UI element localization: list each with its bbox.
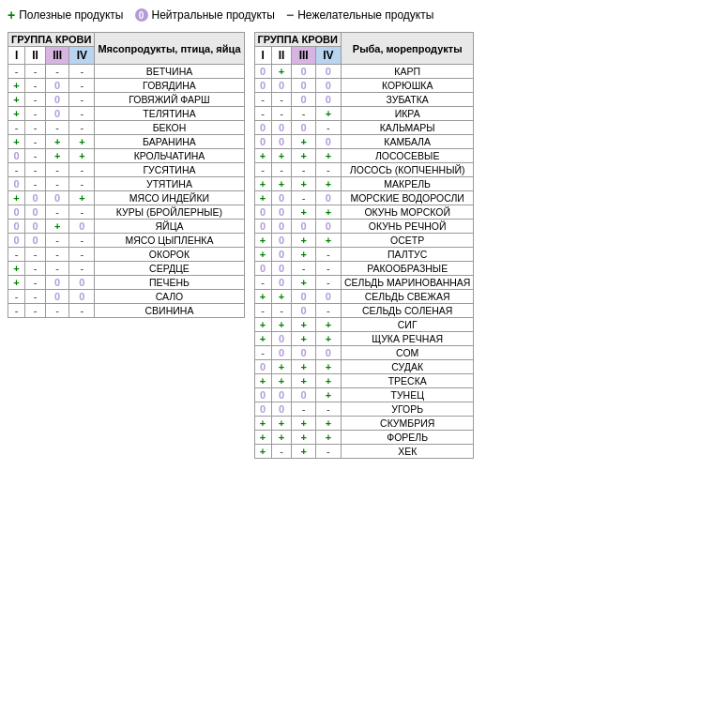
cell-row6-col0: 0: [8, 149, 25, 163]
cell-row4-col2: 0: [292, 121, 316, 135]
cell-row2-col1: -: [271, 93, 292, 107]
cell-row1-col1: -: [25, 79, 46, 93]
food-name-cell: СКУМБРИЯ: [341, 417, 474, 431]
cell-row17-col3: -: [315, 304, 341, 318]
cell-row18-col0: +: [254, 318, 271, 332]
food-name-cell: ЯЙЦА: [95, 220, 244, 234]
cell-row8-col3: -: [69, 177, 95, 191]
cell-row12-col2: -: [45, 234, 69, 248]
cell-row16-col1: -: [25, 290, 46, 304]
cell-row15-col3: 0: [69, 276, 95, 290]
food-name-cell: УГОРЬ: [341, 402, 474, 417]
cell-row4-col0: -: [8, 121, 25, 135]
cell-row1-col0: +: [8, 79, 25, 93]
fish-col-II: II: [271, 47, 292, 65]
cell-row17-col2: -: [45, 304, 69, 318]
table-row: --0-СЕЛЬДЬ СОЛЕНАЯ: [254, 304, 474, 318]
legend-minus: − Нежелательные продукты: [286, 8, 433, 23]
cell-row14-col3: -: [315, 262, 341, 276]
cell-row15-col1: 0: [271, 276, 292, 290]
table-row: +0-0МОРСКИЕ ВОДОРОСЛИ: [254, 191, 474, 205]
cell-row7-col1: -: [271, 163, 292, 177]
food-name-cell: ФОРЕЛЬ: [341, 431, 474, 445]
cell-row3-col2: 0: [45, 107, 69, 121]
cell-row11-col1: 0: [271, 220, 292, 234]
cell-row21-col3: +: [315, 360, 341, 374]
cell-row10-col2: +: [292, 205, 316, 220]
cell-row2-col2: 0: [292, 93, 316, 107]
cell-row12-col0: 0: [8, 234, 25, 248]
cell-row26-col1: +: [271, 431, 292, 445]
cell-row5-col3: +: [69, 135, 95, 149]
table-row: ++++ЛОСОСЕВЫЕ: [254, 149, 474, 163]
cell-row6-col0: +: [254, 149, 271, 163]
food-name-cell: ОКУНЬ МОРСКОЙ: [341, 205, 474, 220]
table-row: ----ОКОРОК: [8, 248, 245, 262]
cell-row12-col1: 0: [271, 234, 292, 248]
cell-row15-col0: -: [254, 276, 271, 290]
cell-row4-col0: 0: [254, 121, 271, 135]
food-name-cell: ТУНЕЦ: [341, 388, 474, 402]
cell-row14-col0: 0: [254, 262, 271, 276]
cell-row6-col1: +: [271, 149, 292, 163]
cell-row17-col0: -: [8, 304, 25, 318]
cell-row7-col0: -: [254, 163, 271, 177]
cell-row16-col1: +: [271, 290, 292, 304]
cell-row25-col3: +: [315, 417, 341, 431]
cell-row11-col3: 0: [69, 220, 95, 234]
cell-row3-col3: +: [315, 107, 341, 121]
food-name-cell: ПЕЧЕНЬ: [95, 276, 244, 290]
cell-row26-col0: +: [254, 431, 271, 445]
cell-row15-col3: -: [315, 276, 341, 290]
cell-row4-col1: -: [25, 121, 46, 135]
food-name-cell: ТРЕСКА: [341, 374, 474, 388]
food-name-cell: СИГ: [341, 318, 474, 332]
cell-row16-col2: 0: [292, 290, 316, 304]
cell-row1-col1: 0: [271, 79, 292, 93]
plus-icon: +: [8, 8, 15, 23]
cell-row22-col1: +: [271, 374, 292, 388]
table-row: +-++БАРАНИНА: [8, 135, 245, 149]
cell-row10-col3: -: [69, 205, 95, 220]
cell-row21-col2: +: [292, 360, 316, 374]
food-name-cell: СУДАК: [341, 360, 474, 374]
cell-row13-col0: -: [8, 248, 25, 262]
fish-col-IV: IV: [315, 47, 341, 65]
legend-plus: + Полезные продукты: [8, 8, 124, 23]
fish-table: ГРУППА КРОВИ Рыба, морепродукты I II III…: [254, 32, 475, 459]
cell-row10-col3: +: [315, 205, 341, 220]
food-name-cell: ИКРА: [341, 107, 474, 121]
table-row: +-+-ХЕК: [254, 445, 474, 459]
food-name-cell: СЕРДЦЕ: [95, 262, 244, 276]
cell-row0-col1: +: [271, 65, 292, 79]
food-name-cell: ЛОСОСЕВЫЕ: [341, 149, 474, 163]
table1-wrapper: ГРУППА КРОВИ Мясопродукты, птица, яйца I…: [8, 32, 245, 459]
cell-row8-col2: -: [45, 177, 69, 191]
table-row: 00+0КАМБАЛА: [254, 135, 474, 149]
cell-row11-col0: 0: [8, 220, 25, 234]
cell-row9-col0: +: [8, 191, 25, 205]
cell-row18-col1: +: [271, 318, 292, 332]
table-row: --00ЗУБАТКА: [254, 93, 474, 107]
table-row: ----СВИНИНА: [8, 304, 245, 318]
meat-col-IV: IV: [69, 47, 95, 65]
table-row: +0+-ПАЛТУС: [254, 248, 474, 262]
cell-row23-col2: 0: [292, 388, 316, 402]
cell-row16-col3: 0: [69, 290, 95, 304]
food-name-cell: ОСЕТР: [341, 234, 474, 248]
cell-row19-col3: +: [315, 332, 341, 346]
cell-row19-col1: 0: [271, 332, 292, 346]
table-row: 0000КОРЮШКА: [254, 79, 474, 93]
table-row: 000+ТУНЕЦ: [254, 388, 474, 402]
food-name-cell: ЗУБАТКА: [341, 93, 474, 107]
food-name-cell: МЯСО ЦЫПЛЕНКА: [95, 234, 244, 248]
cell-row8-col1: -: [25, 177, 46, 191]
table-row: ---+ИКРА: [254, 107, 474, 121]
cell-row9-col1: 0: [271, 191, 292, 205]
cell-row8-col2: +: [292, 177, 316, 191]
cell-row8-col1: +: [271, 177, 292, 191]
cell-row5-col3: 0: [315, 135, 341, 149]
cell-row7-col0: -: [8, 163, 25, 177]
food-name-cell: ВЕТЧИНА: [95, 65, 244, 79]
cell-row7-col2: -: [45, 163, 69, 177]
